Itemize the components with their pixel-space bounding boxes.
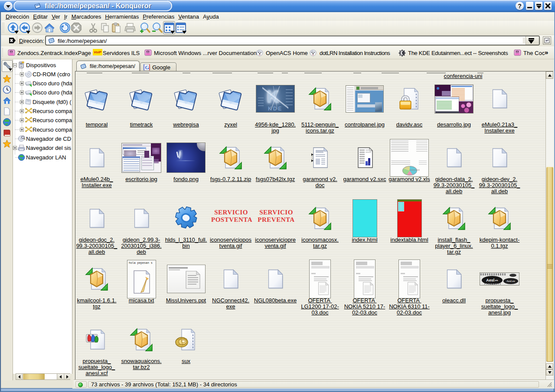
svg-text:G: G xyxy=(145,65,149,71)
